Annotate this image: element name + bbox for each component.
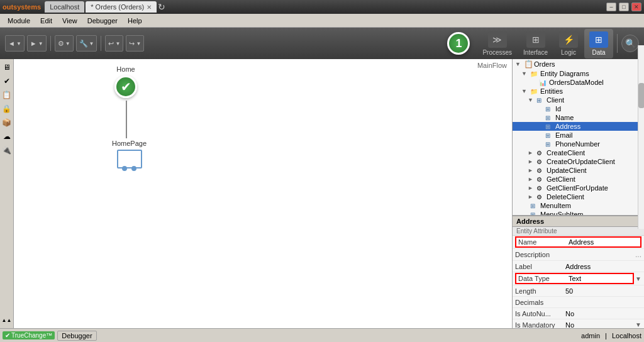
tree-item-entities[interactable]: ▼ 📁 Entities: [513, 87, 644, 96]
tree-item-deleteclient[interactable]: ► ⚙ DeleteClient: [513, 192, 644, 201]
prop-row-description: Description ...: [513, 249, 644, 261]
search-button[interactable]: 🔍: [621, 35, 639, 52]
settings-button[interactable]: ⚙ ▼: [55, 35, 74, 52]
redo-button[interactable]: ↪ ▼: [126, 35, 144, 52]
prop-name-value-name: Address: [569, 238, 638, 246]
back-button[interactable]: ◄ ▼: [5, 35, 25, 52]
tree-item-createclient[interactable]: ► ⚙ CreateClient: [513, 148, 644, 157]
expand-getclientforupdate[interactable]: ►: [528, 185, 536, 191]
truechange-badge[interactable]: ✔ TrueChange™: [3, 331, 55, 339]
menu-bar: Module Edit View Debugger Help: [0, 14, 644, 28]
sidebar-icon-package[interactable]: 📦: [1, 117, 13, 128]
tools-button[interactable]: 🔧 ▼: [76, 35, 97, 52]
mandatory-dropdown-icon[interactable]: ▼: [635, 321, 641, 328]
close-button[interactable]: ✕: [631, 3, 641, 11]
tree-item-address[interactable]: ⊞ Address: [513, 122, 644, 131]
logic-icon: ⚡: [564, 35, 574, 45]
interface-icon: ⊞: [532, 35, 540, 45]
menu-help[interactable]: Help: [123, 16, 147, 26]
icon-getclientforupdate: ⚙: [536, 185, 547, 192]
expand-createorupdateclient[interactable]: ►: [528, 158, 536, 165]
icon-createclient: ⚙: [536, 150, 547, 157]
app-logo: outsystems: [3, 3, 41, 11]
tree-item-menuitem[interactable]: ⊞ MenuItem: [513, 201, 644, 210]
status-bar: ✔ TrueChange™ Debugger admin | Localhost: [0, 328, 644, 342]
tab-orders[interactable]: * Orders (Orders) ✕: [86, 1, 157, 13]
truechange-label: TrueChange™: [11, 332, 52, 339]
sidebar-icon-collapse[interactable]: ▲▲: [1, 314, 13, 326]
tree-root[interactable]: ▼ 📋 Orders: [513, 59, 644, 69]
prop-label-mandatory: Is Mandatory: [515, 321, 565, 329]
tree-item-entity-diagrams[interactable]: ▼ 📁 Entity Diagrams: [513, 69, 644, 78]
tree-item-updateclient[interactable]: ► ⚙ UpdateClient: [513, 166, 644, 175]
sidebar-icon-cloud[interactable]: ☁: [1, 131, 13, 142]
prop-dots-description[interactable]: ...: [635, 250, 641, 259]
tree-item-getclient[interactable]: ► ⚙ GetClient: [513, 175, 644, 184]
tree-item-client[interactable]: ▼ ⊞ Client: [513, 96, 644, 104]
sidebar-icon-clipboard[interactable]: 📋: [1, 89, 13, 101]
toolbar-center: 1: [440, 32, 477, 55]
icon-getclient: ⚙: [536, 176, 547, 183]
flow-node-home[interactable]: Home ✔: [114, 65, 137, 98]
tree-expand-root[interactable]: ▼: [515, 61, 524, 67]
undo-dropdown-icon: ▼: [115, 41, 120, 47]
nav-processes[interactable]: ≫ Processes: [477, 29, 517, 58]
expand-createclient[interactable]: ►: [528, 150, 536, 156]
minimize-button[interactable]: –: [606, 3, 616, 11]
tree-item-orders-data-model[interactable]: 📊 OrdersDataModel: [513, 78, 644, 87]
menu-view[interactable]: View: [57, 16, 82, 26]
selection-handle-br: [131, 166, 136, 171]
debugger-button[interactable]: Debugger: [57, 331, 96, 341]
logic-icon-box: ⚡: [559, 31, 578, 48]
nav-circle[interactable]: 1: [447, 32, 470, 55]
maximize-button[interactable]: □: [619, 3, 629, 11]
tree-item-name[interactable]: ⊞ Name: [513, 113, 644, 122]
flow-node-homepage[interactable]: HomePage: [112, 140, 147, 168]
forward-button[interactable]: ► ▼: [27, 35, 47, 52]
datatype-dropdown-icon[interactable]: ▼: [635, 275, 641, 282]
sidebar-icon-plugin[interactable]: 🔌: [1, 145, 13, 156]
redo-icon: ↪: [129, 40, 135, 48]
expand-getclient[interactable]: ►: [528, 176, 536, 182]
tree-item-menusubitem[interactable]: ⊞ MenuSubItem: [513, 210, 644, 215]
scrollbar-thumb[interactable]: [638, 83, 644, 108]
sidebar-icon-screen[interactable]: 🖥: [1, 62, 13, 73]
prop-label-length: Length: [515, 287, 565, 295]
prop-row-length: Length 50: [513, 285, 644, 297]
menu-edit[interactable]: Edit: [35, 16, 57, 26]
tab-refresh-icon[interactable]: ↻: [158, 2, 165, 12]
status-separator: |: [605, 332, 607, 339]
scrollbar-track[interactable]: [638, 59, 644, 229]
tree-item-id[interactable]: ⊞ Id: [513, 104, 644, 113]
icon-deleteclient: ⚙: [536, 194, 547, 201]
sidebar-icon-check[interactable]: ✔: [1, 75, 13, 87]
toolbar-left: ◄ ▼ ► ▼ ⚙ ▼ 🔧 ▼ ↩ ▼ ↪ ▼: [5, 35, 440, 52]
prop-row-autonum: Is AutoNu... No: [513, 308, 644, 319]
expand-client[interactable]: ▼: [528, 97, 536, 103]
menu-debugger[interactable]: Debugger: [82, 16, 123, 26]
canvas-area: MainFlow Home ✔ HomePage: [14, 59, 512, 328]
main-layout: 🖥 ✔ 📋 🔒 📦 ☁ 🔌 ▲▲ MainFlow Home ✔ HomePag…: [0, 59, 644, 328]
expand-entity-diagrams[interactable]: ▼: [521, 70, 530, 77]
tree-item-createorupdateclient[interactable]: ► ⚙ CreateOrUpdateClient: [513, 157, 644, 166]
icon-entity-diagrams: 📁: [530, 70, 540, 77]
expand-deleteclient[interactable]: ►: [528, 194, 536, 200]
forward-dropdown-icon: ▼: [38, 41, 43, 47]
tab-localhost[interactable]: Localhost: [45, 1, 84, 13]
tree-item-getclientforupdate[interactable]: ► ⚙ GetClientForUpdate: [513, 184, 644, 192]
homepage-node-rect: [117, 150, 142, 168]
nav-logic[interactable]: ⚡ Logic: [554, 29, 583, 58]
expand-entities[interactable]: ▼: [521, 88, 530, 94]
prop-label-autonum: Is AutoNu...: [515, 310, 565, 317]
nav-data[interactable]: ⊞ Data: [584, 29, 613, 58]
label-address: Address: [555, 123, 644, 130]
tree-item-email[interactable]: ⊞ Email: [513, 131, 644, 140]
expand-updateclient[interactable]: ►: [528, 167, 536, 174]
tab-close-icon[interactable]: ✕: [147, 4, 152, 11]
sidebar-icon-lock[interactable]: 🔒: [1, 103, 13, 114]
nav-interface[interactable]: ⊞ Interface: [518, 29, 553, 58]
undo-button[interactable]: ↩ ▼: [105, 35, 123, 52]
prop-value-length: 50: [565, 287, 641, 295]
menu-module[interactable]: Module: [3, 16, 35, 26]
tree-item-phonenumber[interactable]: ⊞ PhoneNumber: [513, 140, 644, 148]
